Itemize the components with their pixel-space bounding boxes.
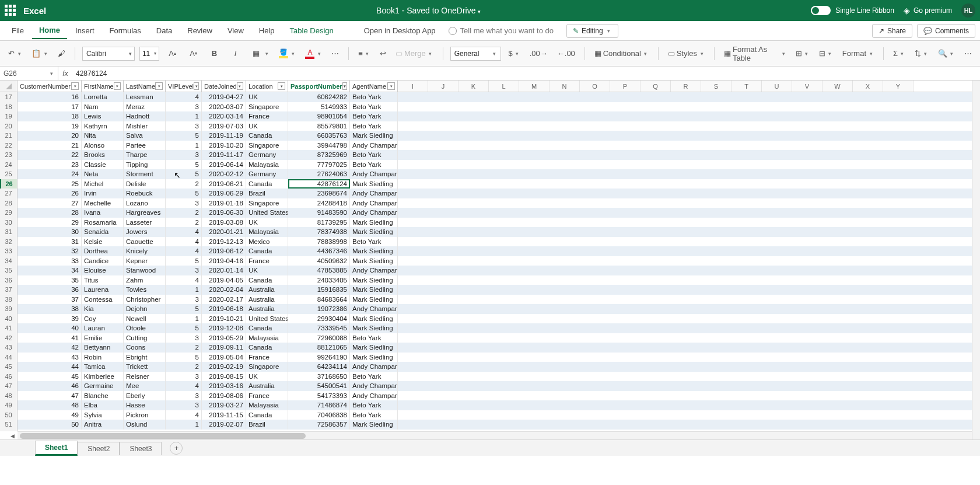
cell[interactable]: 36 [18,285,82,295]
paste-button[interactable]: 📋▾ [29,47,51,60]
cell[interactable]: Mark Siedling [350,218,398,228]
cell[interactable] [398,410,980,420]
cell[interactable]: 3 [166,333,202,343]
cell[interactable]: United States [246,208,288,218]
cell[interactable]: 27 [18,198,82,208]
cell[interactable]: 2 [166,343,202,353]
column-letter[interactable]: W [822,81,853,92]
table-row[interactable]: 2322BrooksTharpe32019-11-17Germany873259… [0,150,980,160]
cell[interactable]: Michel [82,179,124,189]
cell[interactable]: Canada [246,131,288,141]
cell[interactable]: 2019-06-12 [202,246,246,256]
cell[interactable]: Titus [82,275,124,285]
cell[interactable]: 2019-06-14 [202,160,246,170]
cell[interactable]: 3 [166,102,202,112]
borders-button[interactable]: ▦▾ [248,46,272,61]
cell[interactable] [398,323,980,333]
cell[interactable]: Storment [124,169,166,179]
cell[interactable]: 34 [18,266,82,275]
cell[interactable]: 3 [166,400,202,410]
increase-decimal-button[interactable]: ←.00 [555,47,578,60]
cell[interactable]: Andy Champan [350,208,398,218]
cell[interactable]: Singapore [246,102,288,112]
cell[interactable]: Beto Yark [350,160,398,170]
cell[interactable]: 42876124 [288,179,350,189]
cell[interactable]: Canada [246,410,288,420]
column-header[interactable]: CustomerNumber▾ [18,81,82,92]
cell[interactable]: 26 [18,189,82,198]
row-number[interactable]: 49 [0,400,18,410]
column-letter[interactable]: J [428,81,459,92]
cell[interactable]: 5 [166,304,202,314]
number-format-select[interactable]: General▾ [450,47,502,61]
table-row[interactable]: 2827MechelleLozano32019-01-18Singapore24… [0,198,980,208]
tab-home[interactable]: Home [32,22,67,39]
cell[interactable]: Mark Siedling [350,314,398,324]
cell[interactable]: 2019-05-04 [202,353,246,362]
cell[interactable]: Singapore [246,141,288,151]
cell[interactable]: 2020-03-07 [202,102,246,112]
cell[interactable]: Andy Champan [350,198,398,208]
cell[interactable] [398,420,980,430]
tab-view[interactable]: View [220,23,251,39]
cell[interactable] [398,266,980,275]
table-row[interactable]: 3736LaurenaTowles12020-02-04Australia159… [0,285,980,295]
cell[interactable]: 81739295 [288,218,350,228]
cell[interactable] [398,92,980,102]
cell[interactable]: 2019-12-08 [202,323,246,333]
cell[interactable]: Germaine [82,381,124,391]
cell[interactable]: 2019-02-07 [202,420,246,430]
more-ribbon-button[interactable]: ⋯ [962,47,974,60]
tab-formulas[interactable]: Formulas [103,23,148,39]
align-button[interactable]: ≡▾ [356,47,373,60]
table-row[interactable]: 4746GermaineMee42019-03-16Australia54500… [0,381,980,391]
cell[interactable]: 21 [18,141,82,151]
cell[interactable]: Andy Champan [350,141,398,151]
cell[interactable]: Mark Siedling [350,246,398,256]
document-title[interactable]: Book1 - Saved to OneDrive ▾ [46,6,811,15]
cell[interactable]: 71486874 [288,400,350,410]
table-row[interactable]: 2221AlonsoPartee12019-10-20Singapore3994… [0,141,980,151]
cell[interactable]: 2019-08-15 [202,372,246,382]
cell[interactable]: Andy Champan [350,391,398,401]
cell[interactable]: 4 [166,227,202,237]
cell[interactable]: 30 [18,227,82,237]
cell[interactable] [398,150,980,160]
cell[interactable]: 16 [18,92,82,102]
cell[interactable]: Mark Siedling [350,353,398,362]
cell[interactable]: Reisner [124,372,166,382]
cell[interactable]: Alonso [82,141,124,151]
table-row[interactable]: 4140LauranOtoole52019-12-08Canada7333954… [0,323,980,333]
cell[interactable]: Kia [82,304,124,314]
cell[interactable]: 29 [18,218,82,228]
cell[interactable] [398,111,980,121]
cell[interactable]: 2019-06-29 [202,189,246,198]
table-row[interactable]: 3130SenaidaJowers42020-01-21Malayasia783… [0,227,980,237]
cell[interactable]: 78374938 [288,227,350,237]
cell[interactable]: Bettyann [82,343,124,353]
decrease-decimal-button[interactable]: .00→ [527,47,550,60]
cell[interactable]: Nam [82,102,124,112]
cell[interactable]: 23 [18,160,82,170]
cell[interactable] [398,333,980,343]
tab-insert[interactable]: Insert [68,23,102,39]
cell[interactable]: France [246,111,288,121]
conditional-formatting-button[interactable]: ▦Conditional▾ [592,47,651,60]
cell[interactable]: Ivana [82,208,124,218]
row-number[interactable]: 33 [0,246,18,256]
cell[interactable]: 5 [166,353,202,362]
cell[interactable]: 44367346 [288,246,350,256]
row-number[interactable]: 25 [0,169,18,179]
table-row[interactable]: 4241EmilieCutting32019-05-29Malayasia729… [0,333,980,343]
cell-styles-button[interactable]: ▭Styles▾ [666,47,707,60]
cell[interactable]: 2019-07-03 [202,121,246,131]
name-box[interactable]: G26▾ [0,67,58,80]
cell[interactable]: Kepner [124,256,166,266]
cell[interactable]: Andy Champan [350,189,398,198]
tab-data[interactable]: Data [149,23,179,39]
cell[interactable]: Malayasia [246,333,288,343]
cell[interactable]: Partee [124,141,166,151]
cell[interactable]: UK [246,372,288,382]
filter-icon[interactable]: ▾ [278,82,285,90]
cell[interactable]: Kelsie [82,237,124,247]
